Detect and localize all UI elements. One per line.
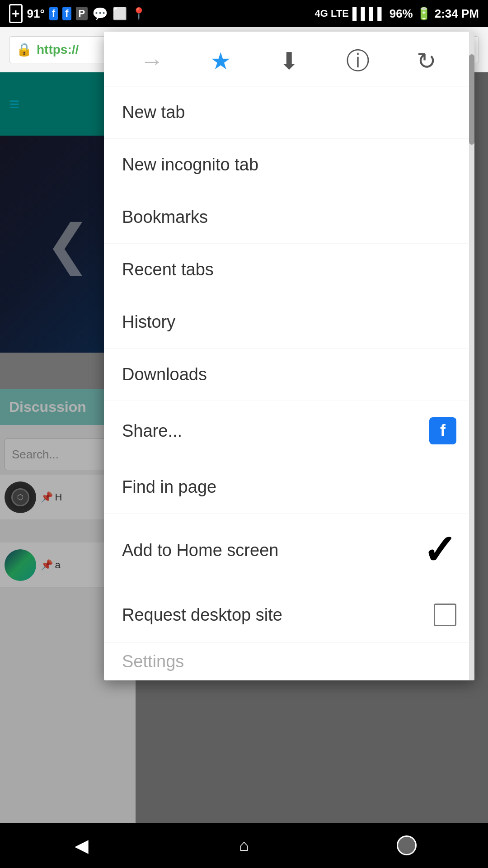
signal-bars: ▌▌▌▌ [352, 7, 386, 21]
info-button[interactable]: ⓘ [342, 45, 374, 77]
home-button[interactable]: ⌂ [226, 832, 262, 859]
status-left: + 91° f f P 💬 ⬜ 📍 [9, 4, 146, 23]
history-label: History [122, 312, 175, 332]
menu-item-recent-tabs[interactable]: Recent tabs [104, 244, 474, 296]
recent-apps-icon [397, 835, 417, 855]
facebook-icon-1: f [49, 7, 58, 20]
forward-button[interactable]: → [136, 45, 168, 77]
menu-item-new-incognito-tab[interactable]: New incognito tab [104, 139, 474, 191]
bookmark-button[interactable]: ★ [205, 45, 236, 77]
back-button[interactable]: ◀ [63, 832, 99, 859]
url-text: https:// [37, 42, 79, 57]
refresh-circle-icon: ↻ [417, 47, 436, 75]
scrollbar[interactable] [469, 32, 474, 680]
scrollbar-thumb[interactable] [469, 54, 474, 145]
settings-partial: Settings [104, 643, 474, 680]
nav-bar: ◀ ⌂ [0, 823, 488, 868]
menu-item-history[interactable]: History [104, 296, 474, 349]
star-icon: ★ [210, 47, 231, 75]
info-circle-icon: ⓘ [346, 45, 370, 77]
menu-item-bookmarks[interactable]: Bookmarks [104, 191, 474, 244]
checkbox-icon[interactable] [434, 604, 456, 626]
add-to-home-screen-label: Add to Home screen [122, 541, 278, 560]
battery-icon: 🔋 [417, 7, 431, 21]
recent-tabs-label: Recent tabs [122, 260, 214, 279]
menu-item-downloads[interactable]: Downloads [104, 349, 474, 401]
temperature: 91° [27, 7, 45, 21]
maps-icon: 📍 [131, 7, 146, 21]
facebook-share-icon: f [429, 417, 456, 444]
menu-item-add-to-home-screen[interactable]: Add to Home screen ✓ [104, 514, 474, 587]
bookmarks-label: Bookmarks [122, 208, 208, 227]
tab-icon: ⬜ [113, 7, 127, 21]
dropdown-menu: → ★ ⬇ ⓘ ↻ New tab New incognito tab Book… [104, 32, 474, 680]
request-desktop-site-label: Request desktop site [122, 605, 282, 625]
new-tab-label: New tab [122, 103, 185, 122]
back-arrow-icon: ◀ [75, 835, 89, 856]
clock: 2:34 PM [435, 7, 479, 21]
settings-label: Settings [122, 652, 184, 671]
downloads-label: Downloads [122, 365, 207, 384]
menu-item-request-desktop-site[interactable]: Request desktop site [104, 587, 474, 643]
menu-item-share[interactable]: Share... f [104, 401, 474, 461]
status-right: 4G LTE ▌▌▌▌ 96% 🔋 2:34 PM [315, 7, 479, 21]
status-bar: + 91° f f P 💬 ⬜ 📍 4G LTE ▌▌▌▌ 96% 🔋 2:34… [0, 0, 488, 27]
checkmark-icon: ✓ [422, 530, 456, 571]
parking-icon: P [76, 7, 88, 20]
recent-apps-button[interactable] [389, 832, 425, 859]
lock-icon: 🔒 [16, 42, 32, 57]
share-label: Share... [122, 421, 182, 441]
toolbar-row: → ★ ⬇ ⓘ ↻ [104, 32, 474, 86]
home-icon: ⌂ [239, 836, 249, 855]
download-arrow-icon: ⬇ [279, 47, 299, 75]
facebook-icon-2: f [62, 7, 71, 20]
download-button[interactable]: ⬇ [273, 45, 305, 77]
forward-arrow-icon: → [140, 47, 164, 75]
find-in-page-label: Find in page [122, 477, 216, 497]
menu-item-find-in-page[interactable]: Find in page [104, 461, 474, 514]
new-incognito-tab-label: New incognito tab [122, 155, 258, 175]
network-label: 4G LTE [315, 8, 349, 19]
refresh-button[interactable]: ↻ [411, 45, 442, 77]
menu-item-new-tab[interactable]: New tab [104, 86, 474, 139]
battery-pct: 96% [389, 7, 413, 21]
messenger-icon: 💬 [92, 6, 108, 21]
plus-icon: + [9, 4, 23, 23]
